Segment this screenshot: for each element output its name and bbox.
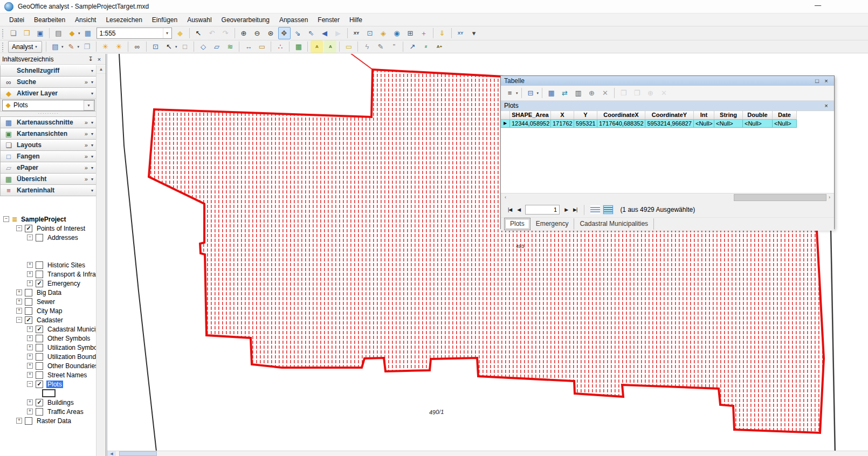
menu-fenster[interactable]: Fenster: [313, 15, 345, 25]
page-edit-icon[interactable]: ✎: [374, 40, 387, 53]
page-comment-icon[interactable]: ”: [388, 40, 400, 53]
chevron-down-icon[interactable]: ▾: [516, 91, 518, 95]
layer-label-plots[interactable]: Plots: [46, 381, 63, 388]
menu-auswahl[interactable]: Auswahl: [182, 15, 216, 25]
sketch-editor-icon[interactable]: ✎: [65, 40, 77, 53]
pan-icon[interactable]: ✥: [278, 27, 291, 39]
tree-row[interactable]: −Addresses: [0, 233, 97, 242]
chevron-down-icon[interactable]: ▾: [77, 45, 79, 49]
current-record-input[interactable]: 1: [525, 205, 560, 215]
column-header-string[interactable]: String: [714, 111, 743, 120]
section-kartenausschnitte[interactable]: ▦Kartenausschnitte»▾: [0, 116, 97, 128]
expand-plus-icon[interactable]: +: [27, 363, 33, 369]
magnifier-window-icon[interactable]: ⊞: [404, 27, 417, 39]
tree-row[interactable]: [0, 389, 97, 398]
previous-extent-icon[interactable]: ◀: [319, 27, 331, 39]
expand-icon[interactable]: »: [85, 176, 88, 182]
highlight-selected-icon[interactable]: ▦: [545, 87, 557, 99]
section-karteninhalt[interactable]: ≡Karteninhalt▾: [0, 184, 97, 196]
layer-label-transport-infras[interactable]: Transport & Infras: [46, 271, 100, 278]
tree-row[interactable]: +Utilization Bounda: [0, 352, 97, 361]
menu-hilfe[interactable]: Hilfe: [345, 15, 367, 25]
map-scroll-thumb[interactable]: [119, 451, 157, 456]
layer-label-big-data[interactable]: Big Data: [36, 289, 63, 296]
find-binoculars-icon[interactable]: ∞: [131, 40, 143, 53]
toolbar-grip[interactable]: [2, 29, 4, 38]
expand-plus-icon[interactable]: +: [27, 409, 33, 414]
tab-emergency[interactable]: Emergency: [531, 218, 575, 230]
expand-plus-icon[interactable]: +: [27, 280, 33, 286]
zoom-to-selection-icon[interactable]: ⊡: [364, 27, 376, 39]
select-by-attributes-icon[interactable]: ▥: [572, 87, 584, 99]
menu-lesezeichen[interactable]: Lesezeichen: [101, 15, 147, 25]
import-geometry-icon[interactable]: ❐: [81, 40, 93, 53]
label-page-icon[interactable]: A: [324, 40, 336, 53]
last-record-button[interactable]: ▶|: [573, 207, 577, 212]
clear-table-selection-icon[interactable]: ✕: [599, 87, 611, 99]
layer-label-utilization-bounda[interactable]: Utilization Bounda: [46, 353, 101, 361]
section-uebersicht[interactable]: ▦Übersicht»▾: [0, 173, 97, 185]
section-fangen[interactable]: □Fangen»▾: [0, 150, 97, 162]
layer-label-city-map[interactable]: City Map: [36, 307, 63, 315]
layer-checkbox[interactable]: [36, 234, 43, 241]
tree-row[interactable]: −✓Plots: [0, 379, 97, 389]
tree-row[interactable]: +Raster Data: [0, 416, 97, 425]
tree-row[interactable]: +Utilization Symbol: [0, 343, 97, 352]
expand-plus-icon[interactable]: +: [27, 372, 33, 378]
table-scroll-thumb[interactable]: [734, 194, 826, 201]
chevron-down-icon[interactable]: ▾: [175, 45, 177, 49]
layer-label-cadastral-municip[interactable]: Cadastral Municip: [46, 326, 100, 333]
show-selected-records-icon[interactable]: [603, 205, 613, 214]
zoom-whole-page-icon[interactable]: ⊛: [265, 27, 277, 39]
select-by-rectangle-icon[interactable]: ⊡: [149, 40, 162, 53]
expand-plus-icon[interactable]: +: [27, 271, 33, 277]
measure-xy-icon[interactable]: ↔: [242, 40, 254, 53]
collapse-minus-icon[interactable]: −: [3, 216, 9, 222]
next-record-button[interactable]: ▶: [564, 207, 568, 212]
column-header-shape_area[interactable]: SHAPE_Area: [510, 111, 551, 120]
layer-checkbox[interactable]: ✓: [25, 316, 32, 324]
tree-row[interactable]: +Historic Sites: [0, 260, 97, 270]
section-aktiver-layer[interactable]: ◆Aktiver Layer▾: [0, 87, 97, 99]
section-layouts[interactable]: ❏Layouts»▾: [0, 139, 97, 151]
tree-row[interactable]: −✓Points of Interest: [0, 224, 97, 233]
related-tables-icon[interactable]: ⊟: [525, 87, 537, 99]
tree-row[interactable]: −≣SampleProject: [0, 215, 97, 224]
toolbar-overflow-icon[interactable]: ▾: [468, 27, 480, 39]
tab-plots[interactable]: Plots: [504, 218, 531, 230]
chevron-down-icon[interactable]: ▾: [537, 91, 539, 95]
open-folder-icon[interactable]: ❒: [20, 27, 33, 39]
layer-label-emergency[interactable]: Emergency: [46, 280, 81, 287]
tree-row[interactable]: +City Map: [0, 306, 97, 315]
snap-point-icon[interactable]: ✳: [113, 40, 125, 53]
active-layer-combobox[interactable]: ◆Plots▾: [2, 100, 95, 111]
layer-label-buildings[interactable]: Buildings: [46, 399, 75, 406]
collapse-minus-icon[interactable]: −: [16, 225, 22, 231]
edit-vertices-icon[interactable]: ∴: [274, 40, 286, 53]
tree-row[interactable]: +✓Emergency: [0, 279, 97, 288]
new-document-icon[interactable]: ❏: [7, 27, 19, 39]
expand-plus-icon[interactable]: +: [16, 289, 22, 295]
zoom-out-icon[interactable]: ⊖: [251, 27, 264, 39]
green-grid-icon[interactable]: #: [419, 40, 432, 53]
column-header-coordinatey[interactable]: CoordinateY: [645, 111, 694, 120]
section-epaper[interactable]: ▱ePaper»▾: [0, 162, 97, 174]
layer-checkbox[interactable]: [36, 344, 43, 351]
minimize-button[interactable]: —: [810, 0, 826, 12]
go-to-xy-icon[interactable]: XY: [350, 27, 363, 39]
layer-label-utilization-symbol[interactable]: Utilization Symbol: [46, 344, 100, 351]
chevron-down-icon[interactable]: ▾: [163, 28, 171, 38]
expand-icon[interactable]: »: [85, 142, 88, 148]
layer-label-points-of-interest[interactable]: Points of Interest: [36, 225, 86, 232]
column-header-y[interactable]: Y: [574, 111, 597, 120]
layer-flash-icon[interactable]: ◆: [174, 27, 187, 39]
menu-bearbeiten[interactable]: Bearbeiten: [29, 15, 70, 25]
layer-checkbox[interactable]: [36, 353, 43, 361]
chevron-down-icon[interactable]: ▾: [61, 45, 64, 49]
column-header-selector[interactable]: [501, 111, 510, 120]
layer-effects-icon[interactable]: ≋: [224, 40, 236, 53]
clear-selection-box-icon[interactable]: □: [178, 40, 191, 53]
expand-plus-icon[interactable]: +: [27, 326, 33, 332]
column-header-coordinatex[interactable]: CoordinateX: [597, 111, 645, 120]
menu-einfgen[interactable]: Einfügen: [147, 15, 182, 25]
